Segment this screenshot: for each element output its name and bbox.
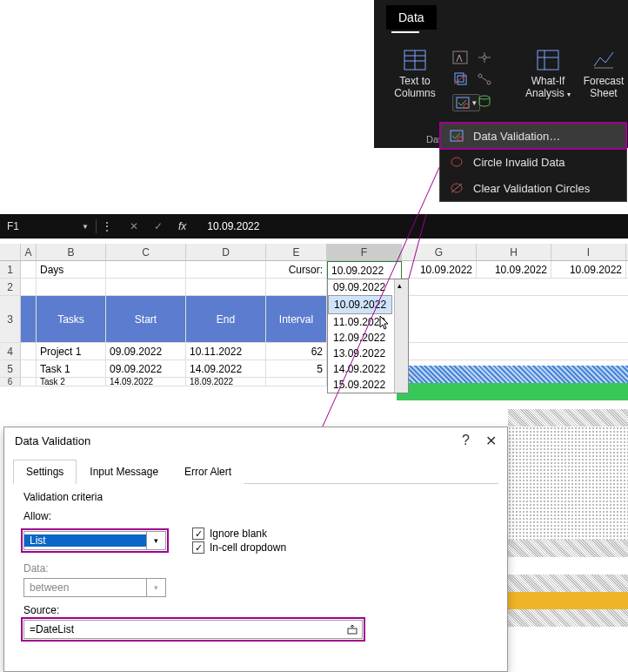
source-label: Source: [23, 604, 488, 616]
menu-item-clear-circles[interactable]: Clear Validation Circles [440, 175, 626, 201]
cell[interactable]: Task 2 [37, 378, 106, 386]
cell[interactable]: 10.09.2022 [477, 261, 551, 278]
col-header-e[interactable]: E [266, 244, 327, 260]
cell[interactable]: Tasks [37, 296, 106, 342]
cell[interactable] [266, 279, 327, 295]
cell[interactable] [37, 279, 106, 295]
col-header-d[interactable]: D [186, 244, 266, 260]
col-header-g[interactable]: G [402, 244, 477, 260]
source-value: =DateList [24, 623, 343, 635]
col-header-c[interactable]: C [106, 244, 186, 260]
cell[interactable] [106, 261, 186, 278]
chevron-down-icon: ▾ [146, 532, 165, 549]
data-validation-menu: Data Validation… Circle Invalid Data Cle… [439, 122, 627, 202]
cell[interactable] [106, 279, 186, 295]
svg-point-14 [479, 96, 490, 99]
cell[interactable]: 10.09.2022 [402, 261, 477, 278]
ribbon-tab-data[interactable]: Data [386, 5, 437, 30]
menu-item-label: Clear Validation Circles [473, 182, 590, 195]
tab-error-alert[interactable]: Error Alert [171, 460, 244, 484]
cell[interactable] [21, 360, 37, 377]
formula-input[interactable]: 10.09.2022 [198, 220, 628, 232]
what-if-analysis-button[interactable]: What-If Analysis ▾ [520, 49, 576, 99]
close-button[interactable]: ✕ [485, 433, 497, 449]
in-cell-dropdown-checkbox[interactable]: ✓In-cell dropdown [192, 541, 286, 554]
cell[interactable]: 14.09.2022 [106, 378, 186, 386]
cell[interactable]: Days [37, 261, 106, 278]
row-header-5[interactable]: 5 [0, 360, 21, 377]
row-2: 2 [0, 279, 628, 296]
relationships-icon[interactable] [477, 72, 492, 89]
allow-select[interactable]: List ▾ [23, 531, 166, 550]
forecast-label: Forecast Sheet [584, 75, 625, 99]
col-header-f[interactable]: F [327, 244, 402, 260]
cell[interactable] [21, 279, 37, 295]
gantt-chart-area [397, 366, 628, 411]
cell[interactable]: 62 [266, 343, 327, 360]
col-header-b[interactable]: B [37, 244, 106, 260]
cell[interactable]: 5 [266, 360, 327, 377]
row-4: 4 Project 1 09.09.2022 10.11.2022 62 [0, 343, 628, 360]
cell[interactable]: Project 1 [37, 343, 106, 360]
ignore-blank-checkbox[interactable]: ✓Ignore blank [192, 528, 286, 540]
menu-item-data-validation[interactable]: Data Validation… [440, 123, 626, 149]
cell[interactable] [186, 279, 266, 295]
chevron-down-icon: ▾ [146, 579, 165, 596]
data-value: between [24, 581, 146, 594]
cell[interactable]: Task 1 [37, 360, 106, 377]
cell[interactable] [21, 296, 37, 342]
row-header-6[interactable]: 6 [0, 378, 21, 386]
col-header-a[interactable]: A [21, 244, 37, 260]
dropdown-option[interactable]: 10.09.2022 [328, 295, 392, 314]
ribbon-tab-underline [391, 31, 419, 33]
cell-f1[interactable]: 10.09.2022 ▾ [327, 261, 402, 280]
dropdown-button[interactable]: ▾ [401, 262, 402, 279]
cell[interactable] [21, 261, 37, 278]
data-validation-dialog: Data Validation ? ✕ Settings Input Messa… [3, 427, 508, 672]
cell[interactable]: Cursor: [266, 261, 327, 278]
text-to-columns-button[interactable]: Text to Columns [384, 49, 445, 99]
col-header-h[interactable]: H [477, 244, 551, 260]
allow-label: Allow: [23, 510, 488, 522]
cell[interactable] [21, 343, 37, 360]
row-header-1[interactable]: 1 [0, 261, 21, 278]
select-all[interactable] [0, 244, 21, 260]
cell[interactable] [186, 261, 266, 278]
cell[interactable]: 10.11.2022 [186, 343, 266, 360]
help-button[interactable]: ? [462, 433, 470, 449]
cell[interactable]: Start [106, 296, 186, 342]
data-model-icon[interactable] [477, 94, 492, 111]
tab-settings[interactable]: Settings [13, 460, 77, 484]
svg-point-21 [451, 158, 462, 166]
cell-dropdown-list: 09.09.2022 10.09.2022 11.09.2022 12.09.2… [327, 279, 409, 393]
cell[interactable]: 18.09.2022 [186, 378, 266, 386]
range-picker-icon[interactable] [343, 621, 362, 638]
menu-item-circle-invalid[interactable]: Circle Invalid Data [440, 149, 626, 175]
col-header-i[interactable]: I [551, 244, 626, 260]
row-header-3[interactable]: 3 [0, 296, 21, 342]
cancel-icon[interactable]: ✕ [130, 220, 138, 232]
dropdown-scrollbar[interactable]: ▴ [394, 279, 408, 393]
cell[interactable]: 09.09.2022 [106, 343, 186, 360]
row-header-2[interactable]: 2 [0, 279, 21, 295]
cell[interactable]: Interval [266, 296, 327, 342]
cell[interactable]: 09.09.2022 [106, 360, 186, 377]
svg-rect-15 [538, 50, 558, 70]
row-header-4[interactable]: 4 [0, 343, 21, 360]
consolidate-icon[interactable] [477, 50, 492, 67]
fx-label[interactable]: fx [178, 220, 186, 232]
cell[interactable] [266, 378, 327, 386]
options-icon[interactable]: ⋮ [97, 220, 117, 232]
tab-input-message[interactable]: Input Message [77, 460, 171, 484]
cell[interactable]: 14.09.2022 [186, 360, 266, 377]
name-box[interactable]: F1 ▼ [0, 220, 96, 232]
cell[interactable] [21, 378, 37, 386]
dialog-title: Data Validation [15, 434, 90, 447]
menu-item-label: Data Validation… [473, 130, 560, 143]
forecast-sheet-button[interactable]: Forecast Sheet [581, 49, 626, 99]
data-select: between ▾ [23, 578, 166, 597]
cell[interactable]: 10.09.2022 [551, 261, 626, 278]
source-input[interactable]: =DateList [23, 620, 363, 639]
cell[interactable]: End [186, 296, 266, 342]
enter-icon[interactable]: ✓ [154, 220, 163, 232]
